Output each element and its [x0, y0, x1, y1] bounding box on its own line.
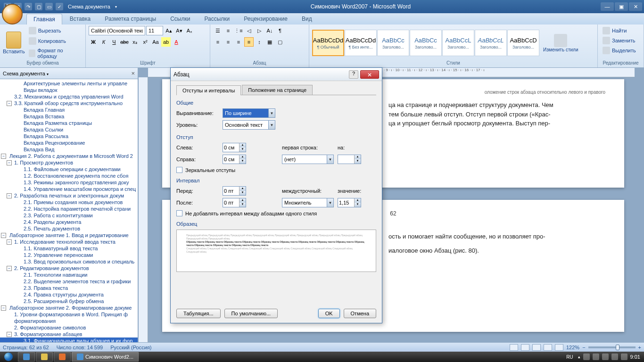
indent-left-spinner[interactable]: ▲▼ [223, 143, 246, 152]
sort-icon[interactable]: A↓ [265, 26, 274, 35]
tree-toggle-icon[interactable]: − [7, 332, 12, 337]
tree-item[interactable]: 2.3. Правка текста [0, 285, 138, 291]
view-print-layout-icon[interactable] [510, 344, 518, 351]
multilevel-list-icon[interactable]: ⋮≡ [234, 26, 243, 35]
font-size-combo[interactable] [146, 26, 163, 35]
copy-button[interactable]: Копировать [27, 36, 83, 46]
tree-item[interactable]: 2. Форматирование символов [0, 324, 138, 331]
clear-format-icon[interactable]: Aₓ [185, 26, 194, 35]
tree-toggle-icon[interactable]: − [7, 193, 12, 198]
style-3[interactable]: AaBbCcЗаголово... [410, 30, 442, 56]
align-right-icon[interactable]: ≡ [234, 37, 243, 47]
zoom-in-icon[interactable]: + [638, 345, 641, 350]
minimize-button[interactable]: — [601, 2, 614, 11]
tree-toggle-icon[interactable]: − [7, 160, 12, 165]
tree-item[interactable]: Вкладка Разметка страницы [0, 120, 138, 126]
underline-icon[interactable]: Ч [109, 37, 119, 47]
tree-item[interactable]: −Лабораторное занятие 2. Форматирование … [0, 304, 138, 311]
zoom-out-icon[interactable]: − [582, 345, 585, 350]
tree-item[interactable]: Архитектурные элементы ленты и управле [0, 80, 138, 87]
qat-new-icon[interactable]: ▢ [35, 3, 42, 10]
tree-item[interactable]: форматирования [0, 318, 138, 324]
tab-Главная[interactable]: Главная [26, 14, 62, 25]
tree-toggle-icon[interactable]: − [7, 266, 12, 271]
close-button[interactable]: ✕ [629, 2, 642, 11]
tree-item[interactable]: 1.2. Управление переносами [0, 252, 138, 258]
tray-action-icon[interactable] [611, 354, 618, 360]
tab-Вставка[interactable]: Вставка [63, 14, 98, 25]
tray-shield-icon[interactable] [583, 354, 590, 360]
tree-item[interactable]: 2.5. Расширенный буфер обмена [0, 298, 138, 304]
alignment-combo[interactable]: По ширине▼ [223, 108, 275, 118]
status-lang[interactable]: Русский (Россия) [110, 345, 151, 350]
tree-item[interactable]: 1.1. Файловые операции с документами [0, 166, 138, 173]
tree-item[interactable]: 3.2. Механизмы и средства управления Wor… [0, 93, 138, 100]
font-color-icon[interactable]: A [172, 37, 181, 47]
tree-item[interactable]: −3.3. Краткий обзор средств инструментал… [0, 100, 138, 107]
line-spacing-at-spinner[interactable]: ▲▼ [338, 198, 361, 207]
tree-item[interactable]: 2.1. Технологии навигации [0, 272, 138, 278]
highlight-icon[interactable]: ab [161, 37, 171, 47]
tree-toggle-icon[interactable]: − [7, 239, 12, 245]
dialog-titlebar[interactable]: Абзац ? ✕ [171, 68, 382, 81]
qat-check-icon[interactable]: ✓ [56, 3, 63, 10]
start-button[interactable] [0, 352, 17, 362]
view-draft-icon[interactable] [555, 344, 563, 351]
tab-page-position[interactable]: Положение на странице [242, 85, 313, 95]
maximize-button[interactable]: ▣ [615, 2, 628, 11]
select-button[interactable]: Выделить [601, 46, 641, 55]
no-space-same-style-checkbox[interactable] [176, 210, 182, 216]
style-4[interactable]: AaBbCcLЗаголово... [442, 30, 474, 56]
task-media[interactable] [54, 352, 71, 362]
qat-redo-icon[interactable]: ↷ [25, 3, 32, 10]
indent-right-spinner[interactable]: ▲▼ [223, 155, 246, 164]
tab-Вид[interactable]: Вид [295, 14, 319, 25]
strike-icon[interactable]: abc [120, 37, 129, 47]
tree-toggle-icon[interactable]: − [1, 305, 6, 311]
bullet-list-icon[interactable]: ☰ [213, 26, 223, 35]
dialog-help-button[interactable]: ? [349, 70, 358, 79]
tab-Разметка страницы[interactable]: Разметка страницы [98, 14, 163, 25]
superscript-icon[interactable]: x² [140, 37, 150, 47]
subscript-icon[interactable]: x₂ [130, 37, 140, 47]
document-map-tree[interactable]: Архитектурные элементы ленты и управлеВи… [0, 79, 138, 342]
font-family-combo[interactable] [89, 26, 145, 35]
format-painter-button[interactable]: Формат по образцу [27, 47, 83, 60]
change-case-icon[interactable]: Aa [151, 37, 160, 47]
tab-Ссылки[interactable]: Ссылки [164, 14, 197, 25]
tree-item[interactable]: Виды вкладок [0, 87, 138, 93]
view-web-icon[interactable] [532, 344, 541, 351]
tree-item[interactable]: −Лабораторное занятие 1. Ввод и редактир… [0, 232, 138, 239]
tree-item[interactable]: 1.3. Ввод произвольных символов и специа… [0, 258, 138, 265]
justify-icon[interactable]: ≡ [244, 37, 254, 47]
tree-item[interactable]: 1.1. Клавиатурный ввод текста [0, 245, 138, 252]
tree-item[interactable]: 2.2. Выделение элементов текста и график… [0, 278, 138, 285]
tree-item[interactable]: −3. Форматирование абзацев [0, 331, 138, 337]
task-explorer[interactable] [36, 352, 53, 362]
cut-button[interactable]: Вырезать [27, 26, 83, 35]
tray-expand-icon[interactable]: ▴ [578, 354, 580, 359]
qat-open-icon[interactable]: ▭ [45, 3, 53, 10]
tree-item[interactable]: −2. Разработка печатных и электронных до… [0, 192, 138, 199]
style-5[interactable]: AaBbCcLЗаголово... [475, 30, 507, 56]
tree-item[interactable]: −1. Исследование технологий ввода текста [0, 239, 138, 245]
qat-docmap-label[interactable]: Схема документа [66, 4, 112, 9]
tree-item[interactable]: −1. Просмотр документов [0, 159, 138, 166]
align-center-icon[interactable]: ≡ [223, 37, 233, 47]
align-left-icon[interactable]: ≡ [213, 37, 223, 47]
tree-item[interactable]: Вкладка Рассылка [0, 133, 138, 140]
borders-icon[interactable]: ▢ [275, 37, 285, 47]
tree-item[interactable]: 2.4. Правка структуры документа [0, 291, 138, 298]
decrease-indent-icon[interactable]: ◁ [244, 26, 254, 35]
bold-icon[interactable]: Ж [89, 37, 98, 47]
task-word[interactable]: Симонович Word2... [72, 352, 139, 362]
style-6[interactable]: AaBbCcDЗаголово... [507, 30, 539, 56]
italic-icon[interactable]: К [99, 37, 108, 47]
find-button[interactable]: Найти [601, 26, 641, 35]
tree-item[interactable]: 2.3. Работа с колонтитулами [0, 212, 138, 219]
grow-font-icon[interactable]: A▴ [164, 26, 173, 35]
default-button[interactable]: По умолчанию... [224, 309, 278, 318]
tree-item[interactable]: 1.3. Режимы экранного представления доку [0, 179, 138, 186]
cancel-button[interactable]: Отмена [344, 309, 376, 318]
office-button[interactable] [2, 4, 23, 25]
